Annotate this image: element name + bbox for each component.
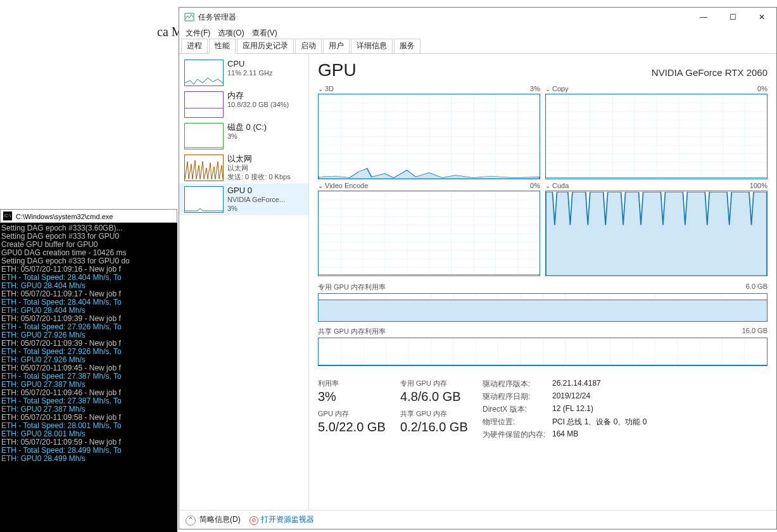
sidebar-thumb [184, 155, 224, 181]
tab[interactable]: 进程 [181, 39, 208, 53]
tab[interactable]: 启动 [295, 39, 322, 53]
chart-copy[interactable] [545, 94, 768, 179]
chart-copy-pct: 0% [757, 85, 768, 92]
shared-gpu-mem-label: 共享 GPU 内存 [400, 409, 483, 419]
page-title: GPU [318, 60, 357, 80]
chart-copy-label[interactable]: Copy [545, 85, 569, 92]
shared-gpu-mem-value: 0.2/16.0 GB [400, 420, 483, 434]
shared-memory-max: 16.0 GB [742, 327, 768, 336]
menu-item[interactable]: 查看(V) [250, 28, 280, 39]
tab[interactable]: 详细信息 [351, 39, 393, 53]
utilization-label: 利用率 [318, 379, 400, 388]
driver-info-value: 164 MB [552, 429, 578, 440]
chart-video-encode-label[interactable]: Video Encode [318, 182, 368, 189]
minimize-button[interactable]: — [689, 8, 718, 27]
gpu-memory-value: 5.0/22.0 GB [318, 420, 400, 434]
shared-memory-chart[interactable] [318, 338, 768, 366]
cmd-titlebar[interactable]: C:\Windows\system32\cmd.exe [0, 209, 177, 223]
sidebar-item[interactable]: 以太网以太网发送: 0 接收: 0 Kbps [179, 152, 308, 184]
sidebar-thumb [184, 186, 224, 213]
task-manager-window[interactable]: 任务管理器 — ☐ ✕ 文件(F)选项(O)查看(V) 进程性能应用历史记录启动… [179, 7, 777, 529]
driver-info-value: 2019/12/24 [552, 391, 590, 402]
tm-menubar[interactable]: 文件(F)选项(O)查看(V) [179, 27, 776, 39]
open-resource-monitor-link[interactable]: 打开资源监视器 [250, 514, 314, 525]
dedicated-memory-max: 6.0 GB [746, 282, 768, 292]
dedicated-memory-label: 专用 GPU 内存利用率 [318, 282, 386, 292]
chart-3d-label[interactable]: 3D [318, 85, 334, 92]
chart-cuda-pct: 100% [750, 182, 768, 189]
gpu-memory-label: GPU 内存 [318, 409, 400, 419]
menu-item[interactable]: 选项(O) [215, 28, 246, 39]
chart-3d-pct: 3% [530, 85, 540, 92]
tm-titlebar[interactable]: 任务管理器 — ☐ ✕ [179, 8, 776, 27]
fewer-details-button[interactable]: 简略信息(D) [186, 514, 241, 526]
driver-info-key: 物理位置: [483, 417, 552, 428]
sidebar-thumb [184, 123, 224, 149]
tab[interactable]: 性能 [209, 39, 236, 54]
sidebar-thumb [184, 91, 224, 118]
driver-info-key: 为硬件保留的内存: [483, 429, 552, 440]
utilization-value: 3% [318, 390, 400, 404]
sidebar-item[interactable]: 内存10.8/32.0 GB (34%) [179, 89, 308, 120]
close-button[interactable]: ✕ [747, 8, 776, 27]
dedicated-gpu-mem-label: 专用 GPU 内存 [400, 379, 483, 388]
cmd-window[interactable]: C:\Windows\system32\cmd.exe Setting DAG … [0, 209, 177, 532]
sidebar-item[interactable]: GPU 0NVIDIA GeForce...3% [179, 184, 308, 215]
tab[interactable]: 用户 [323, 39, 350, 53]
driver-info-value: 26.21.14.4187 [552, 379, 601, 390]
sidebar-item[interactable]: 磁盘 0 (C:)3% [179, 120, 308, 152]
shared-memory-label: 共享 GPU 内存利用率 [318, 327, 386, 336]
driver-info-key: 驱动程序日期: [483, 391, 552, 402]
tab[interactable]: 应用历史记录 [237, 39, 294, 53]
cmd-output: Setting DAG epoch #333(3.60GB)...Setting… [0, 223, 177, 464]
maximize-button[interactable]: ☐ [718, 8, 747, 27]
dedicated-gpu-mem-value: 4.8/6.0 GB [400, 390, 483, 404]
chart-video-encode[interactable] [318, 191, 540, 276]
sidebar-thumb [184, 60, 224, 86]
tab[interactable]: 服务 [394, 39, 420, 53]
performance-sidebar[interactable]: CPU11% 2.11 GHz 内存10.8/32.0 GB (34%) 磁盘 … [179, 54, 309, 510]
task-manager-icon [184, 12, 194, 22]
chart-video-encode-pct: 0% [530, 182, 540, 189]
tm-title-text: 任务管理器 [198, 12, 236, 23]
chart-cuda-label[interactable]: Cuda [545, 182, 569, 189]
sidebar-item[interactable]: CPU11% 2.11 GHz [179, 57, 308, 89]
dedicated-memory-chart[interactable] [318, 293, 768, 322]
gpu-model-name: NVIDIA GeForce RTX 2060 [652, 67, 768, 78]
driver-info-value: 12 (FL 12.1) [552, 404, 593, 415]
driver-info-key: DirectX 版本: [483, 404, 552, 415]
tm-tabstrip[interactable]: 进程性能应用历史记录启动用户详细信息服务 [179, 39, 776, 54]
driver-info-value: PCI 总线 1、设备 0、功能 0 [552, 417, 647, 428]
driver-info-key: 驱动程序版本: [483, 379, 552, 390]
chart-cuda[interactable] [545, 191, 768, 276]
chart-3d[interactable] [318, 94, 540, 179]
menu-item[interactable]: 文件(F) [183, 28, 213, 39]
